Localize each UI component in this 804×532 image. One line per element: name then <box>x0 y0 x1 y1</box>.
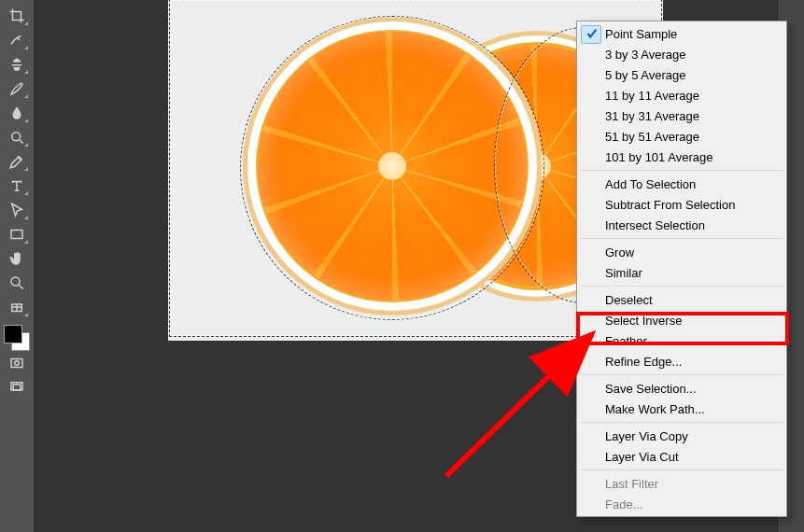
zoom-tool[interactable] <box>5 273 29 293</box>
menu-item-label: Feather... <box>605 334 656 348</box>
menu-item-grow[interactable]: Grow <box>579 242 784 262</box>
menu-item-add-to-selection[interactable]: Add To Selection <box>579 174 784 194</box>
menu-item-label: Make Work Path... <box>605 402 705 416</box>
menu-item-point-sample[interactable]: Point Sample <box>579 23 784 44</box>
color-swatches[interactable] <box>4 325 30 351</box>
menu-item-label: 3 by 3 Average <box>605 48 686 62</box>
menu-item-deselect[interactable]: Deselect <box>579 289 784 310</box>
menu-item-11x11-average[interactable]: 11 by 11 Average <box>579 85 784 105</box>
menu-item-feather[interactable]: Feather... <box>579 330 784 351</box>
menu-separator <box>580 422 783 423</box>
menu-separator <box>580 374 783 375</box>
orange-slice-front <box>243 17 542 315</box>
svg-point-2 <box>11 277 20 286</box>
path-selection-tool[interactable] <box>5 200 29 220</box>
svg-rect-7 <box>13 385 21 390</box>
menu-item-label: Layer Via Cut <box>605 450 679 464</box>
menu-item-fade: Fade... <box>579 494 784 514</box>
menu-item-similar[interactable]: Similar <box>579 262 784 283</box>
menu-item-3x3-average[interactable]: 3 by 3 Average <box>579 44 784 64</box>
menu-item-label: Layer Via Copy <box>605 429 688 443</box>
healing-brush-tool[interactable] <box>5 30 29 50</box>
svg-point-0 <box>12 133 21 141</box>
menu-item-layer-via-cut[interactable]: Layer Via Cut <box>579 446 784 467</box>
menu-item-5x5-average[interactable]: 5 by 5 Average <box>579 64 784 85</box>
menu-item-intersect-selection[interactable]: Intersect Selection <box>579 215 784 235</box>
menu-item-31x31-average[interactable]: 31 by 31 Average <box>579 105 784 126</box>
menu-item-select-inverse[interactable]: Select Inverse <box>579 310 784 330</box>
type-tool[interactable] <box>5 175 29 196</box>
menu-item-refine-edge[interactable]: Refine Edge... <box>579 351 784 371</box>
menu-separator <box>580 238 783 239</box>
rectangle-shape-tool[interactable] <box>5 224 29 245</box>
menu-item-label: Intersect Selection <box>605 218 705 232</box>
menu-item-label: 101 by 101 Average <box>605 150 712 164</box>
menu-item-label: Refine Edge... <box>605 355 682 369</box>
menu-item-label: Add To Selection <box>605 177 696 191</box>
menu-separator <box>580 170 783 171</box>
menu-item-save-selection[interactable]: Save Selection... <box>579 378 784 399</box>
menu-separator <box>580 286 783 287</box>
dodge-tool[interactable] <box>5 127 29 147</box>
brush-tool[interactable] <box>5 78 29 99</box>
quick-mask-toggle[interactable] <box>5 353 29 373</box>
menu-item-label: Select Inverse <box>605 314 682 328</box>
pen-tool[interactable] <box>5 151 29 172</box>
svg-rect-1 <box>11 231 22 239</box>
context-menu: Point Sample 3 by 3 Average 5 by 5 Avera… <box>576 21 787 517</box>
menu-item-label: 51 by 51 Average <box>605 130 699 144</box>
menu-item-subtract-from-selection[interactable]: Subtract From Selection <box>579 194 784 215</box>
menu-item-label: Subtract From Selection <box>605 198 735 212</box>
menu-item-label: 5 by 5 Average <box>605 68 686 82</box>
blur-tool[interactable] <box>5 103 29 123</box>
menu-item-label: Similar <box>605 266 642 280</box>
crop-tool[interactable] <box>5 6 29 26</box>
menu-separator <box>580 469 783 470</box>
menu-item-label: 11 by 11 Average <box>605 89 699 103</box>
menu-item-label: Deselect <box>605 293 653 307</box>
color-picker-tool[interactable] <box>5 297 29 317</box>
foreground-color-swatch[interactable] <box>4 325 22 343</box>
menu-item-last-filter: Last Filter <box>579 473 784 494</box>
clone-stamp-tool[interactable] <box>5 54 29 75</box>
menu-item-label: Grow <box>605 245 634 259</box>
checkmark-icon <box>583 23 601 44</box>
tools-toolbar <box>0 0 34 532</box>
menu-item-label: 31 by 31 Average <box>605 109 699 123</box>
menu-item-101x101-average[interactable]: 101 by 101 Average <box>579 147 784 167</box>
hand-tool[interactable] <box>5 248 29 269</box>
menu-item-label: Save Selection... <box>605 382 697 396</box>
svg-point-5 <box>15 361 20 366</box>
menu-item-label: Last Filter <box>605 477 658 491</box>
screen-mode-toggle[interactable] <box>5 377 29 398</box>
menu-item-label: Fade... <box>605 497 642 511</box>
menu-item-make-work-path[interactable]: Make Work Path... <box>579 399 784 419</box>
menu-item-layer-via-copy[interactable]: Layer Via Copy <box>579 426 784 446</box>
svg-rect-4 <box>11 359 22 368</box>
menu-item-label: Point Sample <box>605 27 677 41</box>
menu-item-51x51-average[interactable]: 51 by 51 Average <box>579 126 784 147</box>
